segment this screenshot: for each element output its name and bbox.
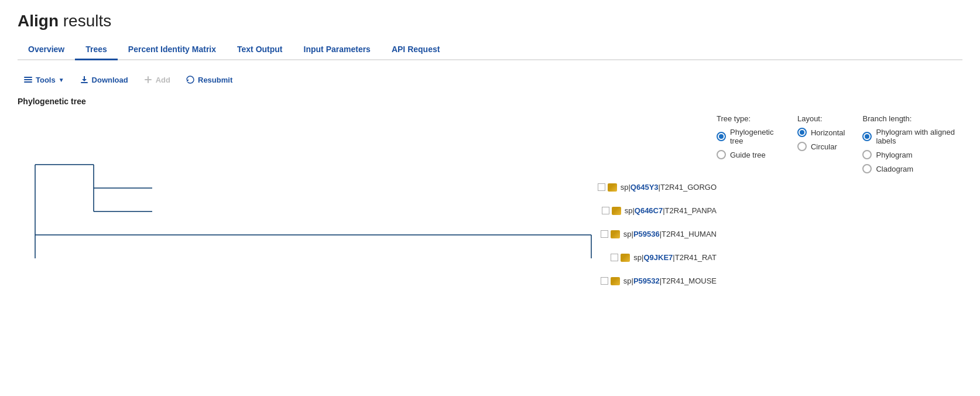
svg-rect-2 (24, 81, 32, 83)
add-icon (143, 75, 153, 84)
chevron-down-icon: ▼ (59, 77, 64, 83)
branch-length-group: Branch length: Phylogram with aligned la… (862, 114, 962, 178)
radio-guide[interactable]: Guide tree (717, 150, 780, 159)
tab-overview[interactable]: Overview (18, 40, 75, 60)
add-button[interactable]: Add (138, 72, 176, 87)
svg-rect-5 (145, 79, 152, 80)
download-icon (80, 75, 89, 84)
controls-row: Tree type: Phylogenetic tree Guide tree … (717, 114, 962, 185)
radio-phylogenetic[interactable]: Phylogenetic tree (717, 128, 780, 145)
radio-phylogenetic-circle (717, 132, 726, 141)
main-content: sp|Q645Y3|T2R41_GORGO sp|Q646C7|T2R41_PA… (18, 112, 962, 288)
tab-api-request[interactable]: API Request (381, 40, 450, 60)
resubmit-button[interactable]: Resubmit (180, 72, 238, 87)
link-mouse[interactable]: P59532 (633, 276, 660, 285)
page-title: Align results (18, 12, 962, 30)
radio-cladogram-circle (862, 164, 872, 173)
tabs-bar: Overview Trees Percent Identity Matrix T… (18, 40, 962, 60)
radio-circular-circle (797, 142, 807, 151)
radio-horizontal-circle (797, 128, 807, 137)
radio-circular[interactable]: Circular (797, 142, 845, 151)
tree-type-group: Tree type: Phylogenetic tree Guide tree (717, 114, 780, 178)
species-icon-mouse (611, 277, 620, 285)
svg-rect-1 (24, 79, 32, 80)
svg-rect-0 (24, 77, 32, 78)
tab-percent-identity-matrix[interactable]: Percent Identity Matrix (118, 40, 227, 60)
radio-guide-circle (717, 150, 726, 159)
radio-phylogram-circle (862, 150, 872, 159)
tab-trees[interactable]: Trees (75, 40, 118, 60)
tree-area: sp|Q645Y3|T2R41_GORGO sp|Q646C7|T2R41_PA… (18, 112, 717, 288)
radio-cladogram[interactable]: Cladogram (862, 164, 962, 173)
resubmit-icon (186, 75, 195, 84)
toolbar: Tools ▼ Download Add Resubmit (18, 69, 962, 91)
download-button[interactable]: Download (74, 72, 134, 87)
checkbox-mouse[interactable] (601, 277, 608, 285)
tab-text-output[interactable]: Text Output (227, 40, 293, 60)
tab-input-parameters[interactable]: Input Parameters (293, 40, 381, 60)
controls-area: Tree type: Phylogenetic tree Guide tree … (717, 112, 962, 288)
tools-icon (23, 75, 33, 84)
species-label-mouse: sp|P59532|T2R41_MOUSE (601, 276, 717, 285)
radio-phylogram-aligned-circle (862, 132, 872, 141)
branch-length-label: Branch length: (862, 114, 962, 123)
svg-rect-3 (81, 82, 88, 83)
radio-phylogram-aligned[interactable]: Phylogram with aligned labels (862, 128, 962, 145)
tools-button[interactable]: Tools ▼ (18, 72, 70, 87)
layout-label: Layout: (797, 114, 845, 123)
radio-phylogram[interactable]: Phylogram (862, 150, 962, 159)
tree-type-label: Tree type: (717, 114, 780, 123)
tree-svg (18, 141, 697, 270)
section-title: Phylogenetic tree (18, 97, 962, 106)
radio-horizontal[interactable]: Horizontal (797, 128, 845, 137)
layout-group: Layout: Horizontal Circular (797, 114, 845, 178)
